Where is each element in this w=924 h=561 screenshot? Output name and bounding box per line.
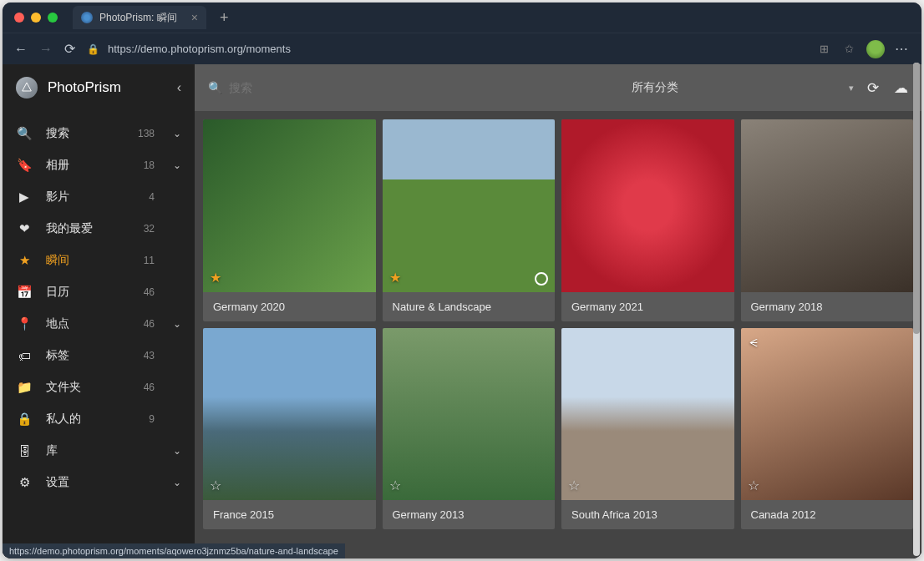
search-icon: 🔍 bbox=[208, 81, 222, 94]
nav-icon: 🔒 bbox=[16, 412, 33, 427]
thumbnail[interactable]: ☆ bbox=[383, 328, 556, 501]
nav-label: 影片 bbox=[46, 190, 114, 205]
moment-title: Canada 2012 bbox=[741, 500, 914, 529]
moment-title: Germany 2018 bbox=[741, 292, 914, 321]
content-toolbar: 🔍 所有分类 ▾ ⟳ ☁ bbox=[195, 64, 921, 111]
back-button[interactable]: ← bbox=[14, 42, 28, 57]
favorites-icon[interactable]: ✩ bbox=[841, 42, 856, 57]
moment-title: Germany 2013 bbox=[383, 500, 556, 529]
nav-icon: 📍 bbox=[16, 316, 33, 331]
moment-card[interactable]: ☆Germany 2013 bbox=[383, 328, 556, 530]
nav-label: 地点 bbox=[46, 316, 114, 331]
thumbnail[interactable]: ☆ bbox=[561, 328, 734, 501]
sidebar-item-10[interactable]: 🗄库⌄ bbox=[3, 435, 195, 467]
sidebar-item-8[interactable]: 📁文件夹46 bbox=[3, 371, 195, 403]
close-tab-icon[interactable]: × bbox=[191, 11, 198, 24]
sidebar-item-9[interactable]: 🔒私人的9 bbox=[3, 403, 195, 435]
window-zoom[interactable] bbox=[48, 13, 58, 23]
moment-card[interactable]: ☆France 2015 bbox=[203, 328, 376, 530]
thumbnail[interactable]: ★ bbox=[203, 119, 376, 292]
nav-icon: ⚙ bbox=[16, 475, 33, 490]
url-text: https://demo.photoprism.org/moments bbox=[108, 43, 291, 55]
profile-avatar-icon[interactable] bbox=[866, 40, 885, 58]
collapse-sidebar-icon[interactable]: ‹ bbox=[177, 80, 181, 95]
sidebar-item-0[interactable]: 🔍搜索138⌄ bbox=[3, 118, 195, 149]
chevron-down-icon: ▾ bbox=[849, 83, 854, 94]
nav-icon: ❤ bbox=[16, 221, 33, 236]
sidebar-item-6[interactable]: 📍地点46⌄ bbox=[3, 308, 195, 340]
nav-label: 我的最爱 bbox=[46, 221, 114, 236]
favicon-icon bbox=[81, 12, 93, 23]
nav-count: 43 bbox=[128, 350, 155, 361]
sidebar-item-11[interactable]: ⚙设置⌄ bbox=[3, 467, 195, 498]
search-input[interactable] bbox=[229, 81, 413, 94]
moment-card[interactable]: ☆⪪Canada 2012 bbox=[741, 328, 914, 530]
thumbnail[interactable]: ★ bbox=[383, 119, 556, 292]
address-bar[interactable]: 🔒 https://demo.photoprism.org/moments bbox=[87, 43, 805, 55]
reload-button[interactable]: ⟳ bbox=[64, 41, 75, 57]
sidebar-item-4[interactable]: ★瞬间11 bbox=[3, 245, 195, 276]
moment-card[interactable]: ★Germany 2020 bbox=[203, 119, 376, 321]
moment-title: Germany 2021 bbox=[561, 292, 734, 321]
nav-label: 瞬间 bbox=[46, 253, 114, 268]
menu-icon[interactable]: ⋯ bbox=[895, 41, 910, 57]
nav-icon: 🗄 bbox=[16, 444, 33, 458]
sidebar-item-5[interactable]: 📅日历46 bbox=[3, 276, 195, 308]
category-label: 所有分类 bbox=[632, 80, 678, 94]
search-box[interactable]: 🔍 bbox=[208, 81, 442, 94]
new-tab-button[interactable]: + bbox=[220, 9, 229, 27]
thumbnail[interactable]: ☆⪪ bbox=[741, 328, 914, 501]
browser-tab[interactable]: PhotoPrism: 瞬间 × bbox=[73, 6, 206, 29]
nav-icon: ▶ bbox=[16, 190, 33, 205]
nav-icon: 📁 bbox=[16, 380, 33, 395]
status-bar: https://demo.photoprism.org/moments/aqow… bbox=[3, 543, 345, 558]
lock-icon: 🔒 bbox=[87, 43, 99, 55]
scrollbar[interactable] bbox=[913, 63, 920, 556]
star-icon[interactable]: ★ bbox=[389, 270, 401, 286]
sidebar-item-1[interactable]: 🔖相册18⌄ bbox=[3, 149, 195, 181]
thumbnail[interactable] bbox=[561, 119, 734, 292]
thumbnail[interactable]: ☆ bbox=[203, 328, 376, 501]
star-outline-icon[interactable]: ☆ bbox=[389, 478, 401, 493]
refresh-button[interactable]: ⟳ bbox=[867, 79, 879, 97]
window-minimize[interactable] bbox=[31, 13, 41, 23]
logo-icon bbox=[16, 77, 38, 99]
share-icon[interactable]: ⪪ bbox=[748, 335, 760, 349]
nav-count: 46 bbox=[128, 382, 155, 393]
moment-card[interactable]: ★Nature & Landscape bbox=[383, 119, 556, 321]
nav-count: 11 bbox=[128, 255, 155, 266]
sidebar-item-3[interactable]: ❤我的最爱32 bbox=[3, 213, 195, 245]
thumbnail[interactable] bbox=[741, 119, 914, 292]
moment-card[interactable]: Germany 2021 bbox=[561, 119, 734, 321]
window-close[interactable] bbox=[14, 13, 24, 23]
moment-card[interactable]: ☆South Africa 2013 bbox=[561, 328, 734, 530]
status-url: https://demo.photoprism.org/moments/aqow… bbox=[9, 546, 338, 556]
moments-grid: ★Germany 2020★Nature & LandscapeGermany … bbox=[195, 111, 921, 558]
sidebar-item-7[interactable]: 🏷标签43 bbox=[3, 340, 195, 371]
browser-toolbar: ← → ⟳ 🔒 https://demo.photoprism.org/mome… bbox=[3, 33, 921, 64]
nav-icon: 🔖 bbox=[16, 158, 33, 173]
upload-button[interactable]: ☁ bbox=[894, 79, 908, 97]
nav-icon: ★ bbox=[16, 253, 33, 268]
nav-label: 设置 bbox=[46, 475, 114, 490]
nav-icon: 🔍 bbox=[16, 126, 33, 141]
scrollbar-thumb[interactable] bbox=[913, 63, 920, 334]
category-dropdown[interactable]: 所有分类 ▾ bbox=[452, 80, 857, 95]
sidebar-item-2[interactable]: ▶影片4 bbox=[3, 181, 195, 213]
forward-button[interactable]: → bbox=[39, 42, 53, 57]
moment-card[interactable]: Germany 2018 bbox=[741, 119, 914, 321]
select-circle-icon[interactable] bbox=[535, 272, 548, 286]
star-outline-icon[interactable]: ☆ bbox=[568, 478, 580, 493]
brand-name: PhotoPrism bbox=[48, 79, 167, 96]
nav-label: 私人的 bbox=[46, 412, 114, 427]
extensions-icon[interactable]: ⊞ bbox=[816, 42, 831, 57]
brand-row[interactable]: PhotoPrism ‹ bbox=[3, 64, 195, 111]
star-icon[interactable]: ★ bbox=[210, 270, 221, 286]
sidebar: PhotoPrism ‹ 🔍搜索138⌄🔖相册18⌄▶影片4❤我的最爱32★瞬间… bbox=[3, 64, 195, 558]
nav-label: 文件夹 bbox=[46, 380, 114, 395]
star-outline-icon[interactable]: ☆ bbox=[748, 478, 759, 493]
nav-count: 9 bbox=[128, 413, 155, 425]
nav-list: 🔍搜索138⌄🔖相册18⌄▶影片4❤我的最爱32★瞬间11📅日历46📍地点46⌄… bbox=[3, 118, 195, 498]
nav-label: 搜索 bbox=[46, 126, 114, 141]
star-outline-icon[interactable]: ☆ bbox=[210, 478, 221, 493]
